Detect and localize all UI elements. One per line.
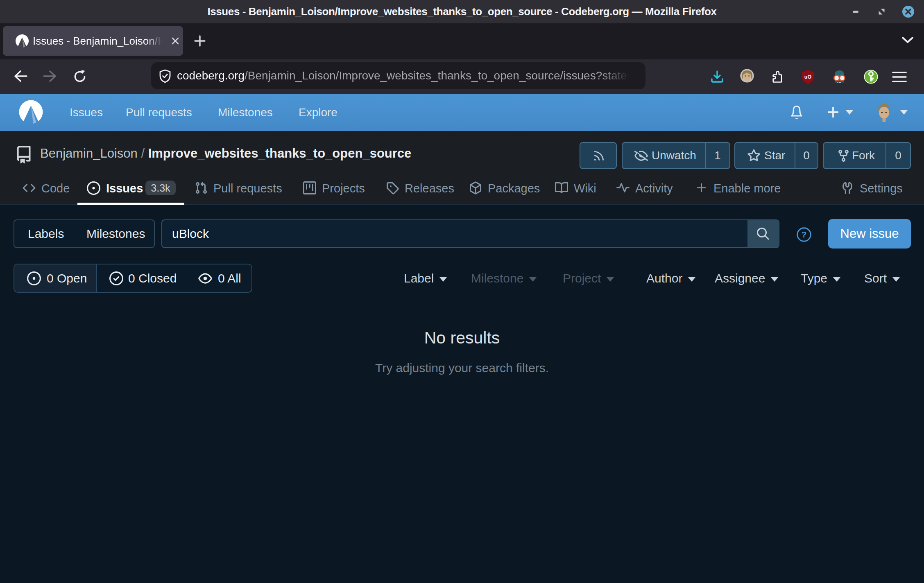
svg-text:?: ? <box>802 230 807 239</box>
svg-text:uO: uO <box>804 74 812 80</box>
